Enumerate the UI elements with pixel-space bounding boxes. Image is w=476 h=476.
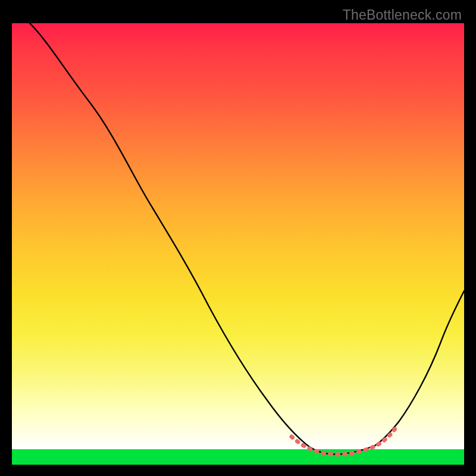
good-zone-band — [12, 449, 464, 465]
watermark-text: TheBottleneck.com — [343, 7, 462, 23]
gradient-background — [12, 23, 464, 449]
chart-plot-area — [12, 23, 464, 465]
